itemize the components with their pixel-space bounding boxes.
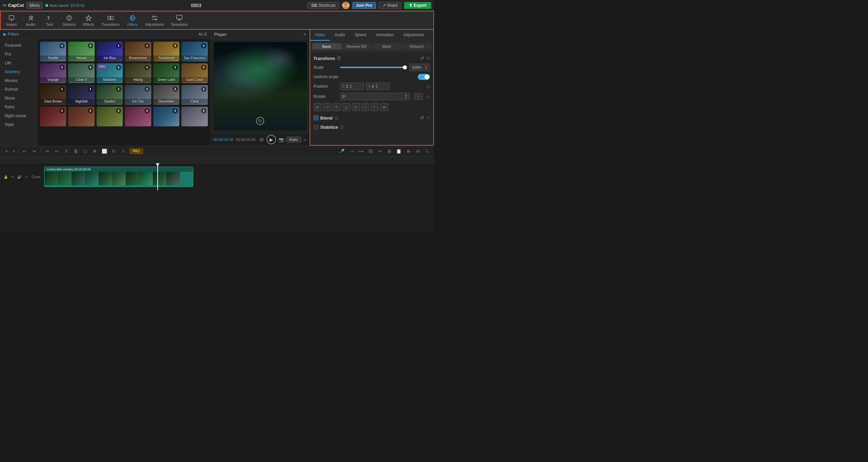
- filter-voyage[interactable]: ⬇ Voyage: [40, 63, 66, 83]
- mirror-v-button[interactable]: ⇑: [62, 147, 71, 155]
- player-menu-icon[interactable]: ≡: [303, 32, 306, 37]
- track-add-icon[interactable]: ⊞: [0, 174, 2, 180]
- filter-december[interactable]: ⬇ December: [153, 85, 179, 105]
- stabilize-checkbox[interactable]: [314, 125, 318, 130]
- subtab-retouch[interactable]: Retouch: [402, 43, 431, 50]
- filter-garden[interactable]: ⬇ Garden: [97, 85, 123, 105]
- scale-value[interactable]: 100% ▲ ▼: [410, 64, 430, 71]
- timeline-grid-icon[interactable]: ⊞: [260, 137, 264, 142]
- fit-button[interactable]: ⤡: [423, 147, 431, 155]
- cat-movies[interactable]: Movies: [0, 76, 37, 85]
- menu-button[interactable]: Menu: [26, 2, 43, 9]
- toolbar-audio[interactable]: Audio: [21, 13, 40, 28]
- rotate-keyframe-button[interactable]: ◇: [427, 94, 430, 99]
- track-visibility-icon[interactable]: 👁: [10, 174, 15, 180]
- cat-style[interactable]: Style: [0, 120, 37, 129]
- tab-video[interactable]: Video: [310, 30, 330, 41]
- paste-button[interactable]: 📋: [395, 147, 403, 155]
- freeze-button[interactable]: ❄: [91, 147, 99, 155]
- copy-button[interactable]: ⊞: [385, 147, 393, 155]
- toolbar-import[interactable]: Import: [2, 13, 21, 28]
- filter-clear[interactable]: ⬇ Clear: [181, 85, 208, 105]
- filter-brownstone[interactable]: ⬇ Brownstone: [125, 42, 151, 61]
- position-keyframe-button[interactable]: ◇: [427, 84, 430, 89]
- mask-button[interactable]: ⬡: [81, 147, 90, 155]
- rotate-tl-button[interactable]: ↻: [110, 147, 118, 155]
- align-bottom-button[interactable]: ↔: [361, 103, 369, 111]
- filter-darkbrown[interactable]: ⬇ Dark Brown: [40, 85, 66, 105]
- crop-button[interactable]: ⬜: [100, 147, 108, 155]
- split-audio-button[interactable]: ⊣: [347, 147, 355, 155]
- subtab-basic[interactable]: Basic: [312, 43, 341, 50]
- player-spin-icon[interactable]: ↻: [256, 117, 264, 125]
- tab-speed[interactable]: Speed: [350, 30, 371, 41]
- main-clip[interactable]: Aurora lake scenery 00:00:05:06: [44, 167, 193, 187]
- cat-scenery[interactable]: Scenery: [0, 67, 37, 76]
- blend-reset-button[interactable]: ↺: [420, 115, 424, 121]
- play-button[interactable]: ▶: [267, 135, 276, 144]
- cat-mono[interactable]: Mono: [0, 94, 37, 103]
- subtab-removebg[interactable]: Remove BG: [342, 43, 371, 50]
- mic-button[interactable]: 🎤: [338, 147, 346, 155]
- filter-r3[interactable]: ⬇: [97, 107, 123, 126]
- filter-hawaii[interactable]: ⬇ Hawaii: [68, 42, 94, 61]
- filter-maldives[interactable]: ⬇ PRO Maldives: [97, 63, 123, 83]
- rotate-input[interactable]: 0° ▲ ▼: [340, 93, 410, 100]
- filter-sanfrancisco[interactable]: ⬇ San Francisco: [181, 42, 208, 61]
- filter-flower[interactable]: ⬇: [125, 107, 151, 126]
- align-top-button[interactable]: ⊥: [342, 103, 350, 111]
- track-lock-icon[interactable]: 🔒: [3, 174, 8, 180]
- transform-reset-button[interactable]: ↺: [420, 56, 424, 61]
- align-vcenter-button[interactable]: +: [352, 103, 360, 111]
- playhead[interactable]: [157, 163, 158, 190]
- rotate-spinner[interactable]: ▲ ▼: [405, 94, 408, 99]
- user-avatar[interactable]: C...5: [342, 2, 350, 9]
- filter-hiking[interactable]: ⬇ Hiking: [125, 63, 151, 83]
- pos-y-spinner[interactable]: ▲ ▼: [375, 84, 378, 89]
- toolbar-filters[interactable]: Filters: [123, 13, 142, 28]
- redo-button[interactable]: ↪: [30, 147, 38, 155]
- cat-featured[interactable]: Featured: [0, 41, 37, 50]
- track-audio-icon[interactable]: 🔊: [17, 174, 22, 180]
- cat-portrait[interactable]: Portrait: [0, 85, 37, 94]
- align-hcenter-button[interactable]: ⊣: [323, 103, 331, 111]
- track-edit-icon[interactable]: ✎: [23, 174, 29, 180]
- join-pro-button[interactable]: Join Pro: [352, 2, 376, 9]
- ratio-button[interactable]: Ratio: [286, 136, 301, 143]
- toolbar-stickers[interactable]: Stickers: [59, 13, 79, 28]
- delete-button[interactable]: 🗑: [72, 147, 80, 155]
- tab-audio[interactable]: Audio: [330, 30, 350, 41]
- snapshot-icon[interactable]: 📷: [279, 137, 284, 142]
- rotate-neg-button[interactable]: -: [414, 93, 423, 100]
- zoom-in-button[interactable]: ⊕: [404, 147, 412, 155]
- fullscreen-icon[interactable]: ⤢: [303, 137, 307, 142]
- transform-keyframe-button[interactable]: ◇: [427, 56, 430, 61]
- undo-button[interactable]: ↩: [21, 147, 29, 155]
- share-button[interactable]: ↗ Share: [379, 2, 401, 9]
- distribute-v-button[interactable]: ⇔: [380, 103, 388, 111]
- filter-sunkissed[interactable]: ⬇ Sunkissed: [153, 42, 179, 61]
- tab-adjustment[interactable]: Adjustment: [399, 30, 429, 41]
- filter-r2[interactable]: ⬇: [68, 107, 94, 126]
- unlink-button[interactable]: ✂: [376, 147, 384, 155]
- blend-keyframe-button[interactable]: ◇: [427, 115, 430, 121]
- filter-icecity[interactable]: ⬇ Ice City: [125, 85, 151, 105]
- shortcuts-button[interactable]: ⌨ Shortcuts: [308, 2, 339, 9]
- select-tool-button[interactable]: ↖: [3, 147, 11, 155]
- tab-animation[interactable]: Animation: [371, 30, 398, 41]
- toolbar-adjustment[interactable]: Adjustment: [142, 13, 167, 28]
- mirror-h-button[interactable]: ⇐: [53, 147, 61, 155]
- filter-nightfall[interactable]: ⬇ Nightfall: [68, 85, 94, 105]
- scale-slider[interactable]: [340, 67, 407, 68]
- position-y-input[interactable]: Y 0 ▲ ▼: [366, 83, 390, 90]
- cat-retro[interactable]: Retro: [0, 103, 37, 111]
- blend-checkbox[interactable]: ✓: [314, 115, 318, 120]
- pro-feature-button[interactable]: PRO: [130, 148, 143, 154]
- filter-clearii[interactable]: ⬇ Clear II: [68, 63, 94, 83]
- link-button[interactable]: ⛓: [366, 147, 374, 155]
- zoom-out-button[interactable]: ⊖: [414, 147, 422, 155]
- align-right-button[interactable]: ⊤: [333, 103, 341, 111]
- flip-button[interactable]: ⤢: [119, 147, 127, 155]
- align-left-button[interactable]: ⊢: [314, 103, 322, 111]
- toolbar-effects[interactable]: Effects: [79, 13, 98, 28]
